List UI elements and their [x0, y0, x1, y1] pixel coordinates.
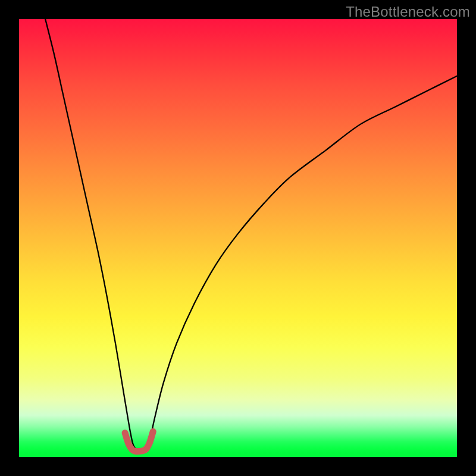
main-curve [45, 19, 457, 452]
watermark-text: TheBottleneck.com [346, 4, 470, 20]
curve-layer [19, 19, 457, 457]
plot-area [19, 19, 457, 457]
highlight-curve [125, 431, 153, 451]
chart-frame: TheBottleneck.com [0, 0, 476, 476]
